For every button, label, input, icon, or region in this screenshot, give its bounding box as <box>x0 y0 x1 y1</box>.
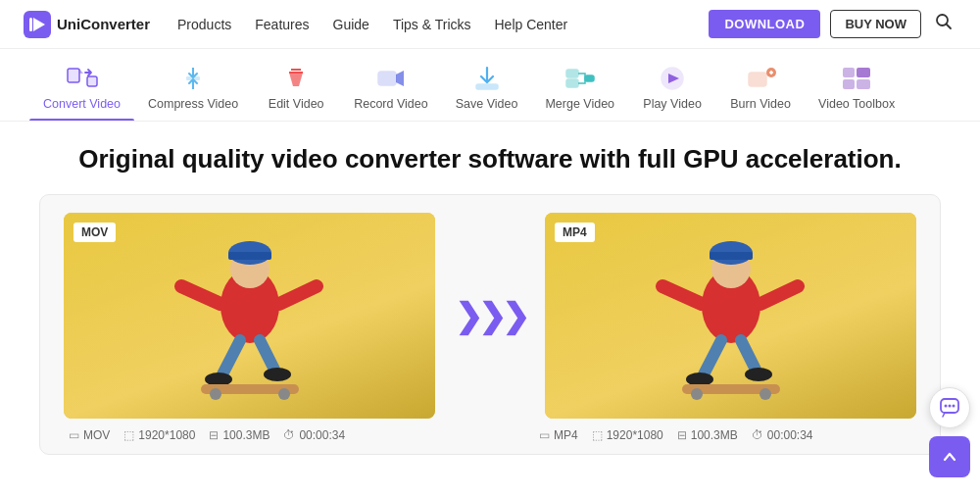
meta-spacer <box>461 428 519 442</box>
subnav-edit-label: Edit Video <box>269 97 324 111</box>
chat-button[interactable] <box>929 387 970 428</box>
svg-point-49 <box>745 368 772 381</box>
svg-line-45 <box>760 286 798 304</box>
res-icon-left: ⬚ <box>123 428 134 442</box>
subnav-burn-label: Burn Video <box>730 97 791 111</box>
subnav-play-label: Play Video <box>643 97 702 111</box>
svg-marker-12 <box>396 71 404 86</box>
logo[interactable]: UniConverter <box>24 11 150 38</box>
main-nav: Products Features Guide Tips & Tricks He… <box>177 17 709 32</box>
edit-icon <box>279 65 313 92</box>
svg-rect-15 <box>566 79 578 87</box>
video-comparison: MOV <box>39 194 941 455</box>
svg-line-31 <box>181 286 220 304</box>
svg-rect-2 <box>29 18 32 31</box>
svg-point-51 <box>691 388 703 400</box>
svg-line-33 <box>222 340 240 374</box>
svg-rect-14 <box>566 70 578 77</box>
header-actions: DOWNLOAD BUY NOW <box>709 9 956 39</box>
meta-right-size: ⊟ 100.3MB <box>677 428 738 442</box>
svg-line-44 <box>662 286 702 304</box>
time-icon-right: ⏱ <box>752 428 763 442</box>
nav-help[interactable]: Help Center <box>495 17 568 32</box>
size-icon-left: ⊟ <box>209 428 219 442</box>
svg-line-4 <box>947 25 952 29</box>
time-icon-left: ⏱ <box>283 428 295 442</box>
svg-point-36 <box>264 368 291 381</box>
svg-rect-5 <box>68 69 79 82</box>
subnav-burn[interactable]: Burn Video <box>716 59 805 121</box>
meta-right-format: ▭ MP4 <box>539 428 578 442</box>
subnav: Convert Video Compress Video Edit Video <box>0 49 980 122</box>
skater-bg-right <box>545 213 916 419</box>
nav-features[interactable]: Features <box>255 17 309 32</box>
burn-icon <box>744 65 777 92</box>
meta-right-duration: ⏱ 00:00:34 <box>752 428 813 442</box>
subnav-record[interactable]: Record Video <box>340 59 442 121</box>
search-icon[interactable] <box>931 9 956 39</box>
skater-bg-left <box>64 213 435 419</box>
video-thumb-left: MOV <box>64 213 435 419</box>
convert-icon <box>66 65 99 92</box>
subnav-convert[interactable]: Convert Video <box>29 59 134 121</box>
merge-icon <box>564 65 597 92</box>
logo-icon <box>24 11 51 38</box>
format-badge-right: MP4 <box>555 223 595 242</box>
skater-svg-left <box>152 218 348 414</box>
svg-point-35 <box>205 373 232 386</box>
svg-line-34 <box>260 340 274 370</box>
svg-line-46 <box>704 340 721 374</box>
record-icon <box>374 65 408 92</box>
play-icon <box>656 65 689 92</box>
subnav-compress[interactable]: Compress Video <box>134 59 252 121</box>
size-icon-right: ⊟ <box>677 428 687 442</box>
svg-rect-13 <box>476 84 498 89</box>
save-icon <box>470 65 504 92</box>
svg-rect-9 <box>186 76 200 80</box>
nav-guide[interactable]: Guide <box>333 17 369 32</box>
svg-point-52 <box>760 388 771 400</box>
svg-point-55 <box>949 405 952 408</box>
meta-left-resolution: ⬚ 1920*1080 <box>123 428 195 442</box>
nav-products[interactable]: Products <box>177 17 231 32</box>
svg-rect-23 <box>843 68 855 77</box>
scroll-top-button[interactable] <box>929 436 970 477</box>
res-icon-right: ⬚ <box>592 428 603 442</box>
svg-rect-6 <box>87 76 97 86</box>
subnav-merge-label: Merge Video <box>545 97 614 111</box>
download-button[interactable]: DOWNLOAD <box>709 10 820 38</box>
svg-rect-43 <box>710 252 753 260</box>
skater-svg-right <box>633 218 829 414</box>
meta-left-format: ▭ MOV <box>69 428 110 442</box>
svg-rect-30 <box>228 252 271 260</box>
svg-line-47 <box>741 340 756 370</box>
compress-icon <box>176 65 210 92</box>
subnav-merge[interactable]: Merge Video <box>531 59 628 121</box>
nav-tips[interactable]: Tips & Tricks <box>393 17 471 32</box>
format-badge-left: MOV <box>74 223 116 242</box>
buynow-button[interactable]: BUY NOW <box>830 10 921 38</box>
file-icon-right: ▭ <box>539 428 550 442</box>
svg-point-39 <box>278 388 290 400</box>
meta-left: ▭ MOV ⬚ 1920*1080 ⊟ 100.3MB ⏱ 00:00:34 <box>69 428 441 442</box>
subnav-save[interactable]: Save Video <box>442 59 532 121</box>
meta-right: ▭ MP4 ⬚ 1920*1080 ⊟ 100.3MB ⏱ 00:00:34 <box>539 428 911 442</box>
meta-left-size: ⊟ 100.3MB <box>209 428 270 442</box>
svg-rect-19 <box>749 73 766 86</box>
subnav-toolbox[interactable]: Video Toolbox <box>805 59 908 121</box>
svg-line-32 <box>279 286 317 304</box>
svg-point-54 <box>945 405 948 408</box>
subnav-convert-label: Convert Video <box>43 97 121 111</box>
subnav-edit[interactable]: Edit Video <box>252 59 340 121</box>
subnav-save-label: Save Video <box>456 97 518 111</box>
toolbox-icon <box>840 65 873 92</box>
meta-right-resolution: ⬚ 1920*1080 <box>592 428 663 442</box>
svg-point-38 <box>210 388 221 400</box>
svg-point-48 <box>686 373 713 386</box>
video-row: MOV <box>64 213 916 419</box>
video-thumb-right: MP4 <box>545 213 916 419</box>
subnav-play[interactable]: Play Video <box>628 59 716 121</box>
meta-left-duration: ⏱ 00:00:34 <box>283 428 345 442</box>
subnav-record-label: Record Video <box>354 97 428 111</box>
meta-row: ▭ MOV ⬚ 1920*1080 ⊟ 100.3MB ⏱ 00:00:34 <box>64 428 916 442</box>
